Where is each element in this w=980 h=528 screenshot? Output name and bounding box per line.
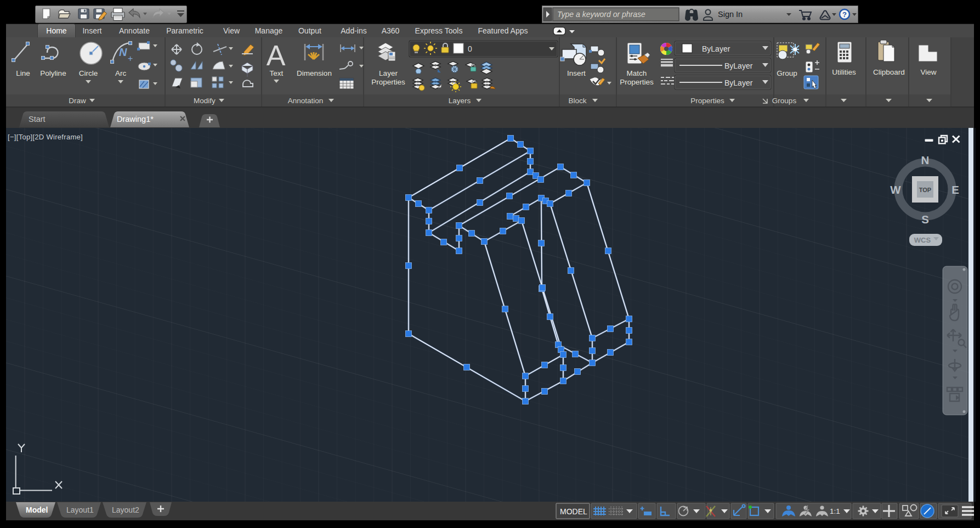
svg-text:ByLayer: ByLayer [724,78,753,87]
svg-text:E: E [951,183,959,196]
svg-text:N: N [921,154,930,166]
svg-text:Layer: Layer [379,69,398,77]
svg-text:Insert: Insert [567,69,586,77]
svg-text:?: ? [842,10,847,19]
svg-text:N: N [119,46,127,58]
svg-text:MODEL: MODEL [560,507,587,516]
svg-text:ByLayer: ByLayer [702,44,730,53]
svg-text:Polyline: Polyline [40,69,66,77]
svg-text:Match: Match [627,69,647,77]
svg-text:Layers: Layers [449,97,471,105]
svg-text:Clipboard: Clipboard [873,68,905,76]
svg-text:Draw: Draw [69,97,86,105]
svg-text:WCS: WCS [914,236,931,244]
svg-text:Utilities: Utilities [832,68,856,76]
svg-text:Arc: Arc [115,69,127,77]
svg-text:0: 0 [468,44,472,53]
svg-text:ByLayer: ByLayer [724,61,753,70]
svg-text:W: W [890,183,901,196]
svg-text:Model: Model [26,505,48,514]
svg-text:View: View [920,68,936,76]
svg-text:S: S [921,213,929,226]
svg-text:Group: Group [777,69,797,77]
svg-text:Type a keyword or phrase: Type a keyword or phrase [557,10,645,19]
svg-text:TOP: TOP [919,187,931,193]
svg-text:Drawing1*: Drawing1* [117,115,154,123]
svg-text:Groups: Groups [772,97,797,105]
svg-text:+: + [128,54,133,63]
svg-text:Properties: Properties [620,78,654,86]
svg-text:Annotation: Annotation [288,97,324,105]
svg-text:Properties: Properties [690,97,724,105]
svg-text:A: A [267,40,286,71]
svg-text:Line: Line [16,69,30,77]
svg-text:Dimension: Dimension [297,69,332,77]
svg-text:[−][Top][2D Wireframe]: [−][Top][2D Wireframe] [8,133,83,141]
svg-text:Sign In: Sign In [718,10,743,19]
svg-text:Modify: Modify [194,97,216,105]
svg-text:Properties: Properties [371,78,405,86]
svg-text:Start: Start [29,115,46,123]
svg-text:Circle: Circle [79,69,98,77]
svg-text:Layout2: Layout2 [112,505,139,514]
svg-text:1:1: 1:1 [830,507,840,515]
svg-text:Text: Text [270,69,284,77]
svg-text:Block: Block [568,97,586,105]
svg-text:Layout1: Layout1 [66,505,94,514]
